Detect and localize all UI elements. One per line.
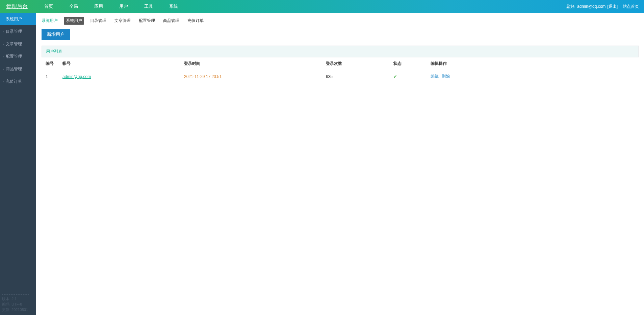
- col-account: 帐号: [58, 57, 180, 70]
- tab-catalog[interactable]: 目录管理: [88, 17, 108, 25]
- check-icon: ✔: [393, 74, 397, 79]
- welcome-prefix: 您好,: [566, 4, 575, 9]
- menu-global[interactable]: 全局: [61, 0, 86, 13]
- col-status: 状态: [389, 57, 427, 70]
- tab-product[interactable]: 商品管理: [161, 17, 181, 25]
- main-content: 系统用户 系统用户 目录管理 文章管理 配置管理 商品管理 充值订单 新增用户 …: [36, 13, 644, 83]
- cell-login-time: 2021-11-29 17:20:51: [180, 70, 322, 83]
- sidebar-item-label: 系统用户: [6, 16, 22, 22]
- sidebar-item-article[interactable]: › 文章管理: [0, 38, 36, 50]
- cell-account: admin@qq.com: [58, 70, 180, 83]
- chevron-right-icon: ›: [3, 30, 4, 33]
- sidebar: 系统用户 › 目录管理 › 文章管理 › 配置管理 › 商品管理 › 充值订单 …: [0, 13, 36, 83]
- sidebar-item-label: 文章管理: [6, 41, 22, 47]
- cell-status: ✔: [389, 70, 427, 83]
- tab-config[interactable]: 配置管理: [137, 17, 157, 25]
- content-area: 新增用户 用户列表 编号 帐号 登录时间 登录次数 状态 编辑操作 1 admi…: [36, 29, 644, 83]
- top-right: 您好, admin@qq.com [退出] 站点首页: [566, 4, 644, 9]
- cell-actions: 编辑 删除: [427, 70, 639, 83]
- menu-user[interactable]: 用户: [111, 0, 136, 13]
- cell-id: 1: [42, 70, 58, 83]
- menu-system[interactable]: 系统: [161, 0, 186, 13]
- tab-recharge[interactable]: 充值订单: [185, 17, 206, 25]
- user-table: 编号 帐号 登录时间 登录次数 状态 编辑操作 1 admin@qq.com 2…: [42, 57, 639, 83]
- chevron-right-icon: ›: [3, 80, 4, 83]
- chevron-right-icon: ›: [3, 68, 4, 71]
- sidebar-item-catalog[interactable]: › 目录管理: [0, 25, 36, 38]
- table-row: 1 admin@qq.com 2021-11-29 17:20:51 635 ✔…: [42, 70, 639, 83]
- menu-tools[interactable]: 工具: [136, 0, 161, 13]
- table-header-row: 编号 帐号 登录时间 登录次数 状态 编辑操作: [42, 57, 639, 70]
- menu-home[interactable]: 首页: [36, 0, 61, 13]
- logo[interactable]: 管理后台: [0, 3, 36, 10]
- col-login-time: 登录时间: [180, 57, 322, 70]
- sub-nav: 系统用户 系统用户 目录管理 文章管理 配置管理 商品管理 充值订单: [36, 13, 644, 29]
- account-link[interactable]: admin@qq.com: [62, 74, 91, 79]
- site-home-link[interactable]: 站点首页: [623, 4, 639, 9]
- chevron-right-icon: ›: [3, 55, 4, 58]
- sidebar-item-system-user[interactable]: 系统用户: [0, 13, 36, 25]
- delete-link[interactable]: 删除: [442, 74, 450, 79]
- user-email-link[interactable]: admin@qq.com: [577, 4, 606, 9]
- cell-login-count: 635: [322, 70, 389, 83]
- col-id: 编号: [42, 57, 58, 70]
- sidebar-item-label: 目录管理: [6, 29, 22, 34]
- add-user-button[interactable]: 新增用户: [42, 29, 70, 40]
- sidebar-item-product[interactable]: › 商品管理: [0, 63, 36, 75]
- col-actions: 编辑操作: [427, 57, 639, 70]
- breadcrumb[interactable]: 系统用户: [42, 18, 58, 24]
- panel-title: 用户列表: [42, 46, 639, 57]
- col-login-count: 登录次数: [322, 57, 389, 70]
- top-menu: 首页 全局 应用 用户 工具 系统: [36, 0, 186, 13]
- sidebar-item-label: 商品管理: [6, 66, 22, 72]
- menu-app[interactable]: 应用: [86, 0, 111, 13]
- logout-link[interactable]: [退出]: [607, 4, 618, 9]
- sidebar-item-label: 充值订单: [6, 79, 22, 83]
- edit-link[interactable]: 编辑: [431, 74, 439, 79]
- sidebar-item-recharge[interactable]: › 充值订单: [0, 75, 36, 83]
- tab-article[interactable]: 文章管理: [112, 17, 133, 25]
- sidebar-item-label: 配置管理: [6, 54, 22, 59]
- sidebar-item-config[interactable]: › 配置管理: [0, 50, 36, 63]
- tab-system-user[interactable]: 系统用户: [64, 17, 84, 25]
- top-nav: 管理后台 首页 全局 应用 用户 工具 系统 您好, admin@qq.com …: [0, 0, 644, 13]
- chevron-right-icon: ›: [3, 43, 4, 46]
